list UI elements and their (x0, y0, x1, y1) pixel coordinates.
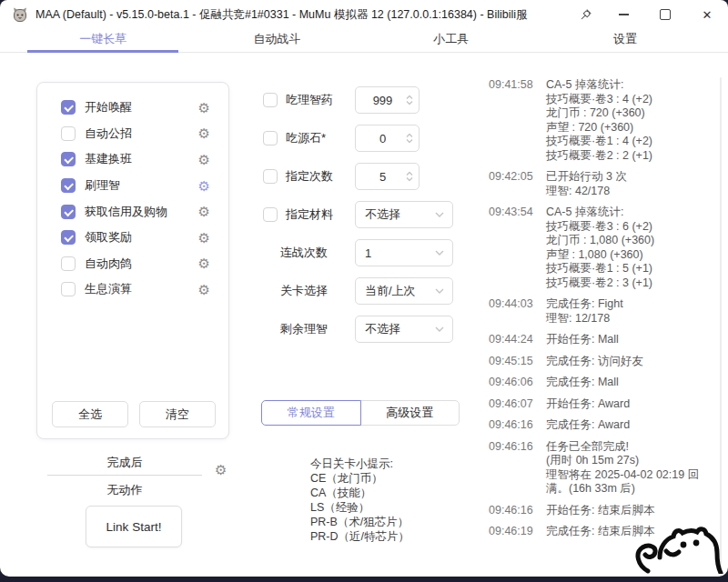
row-stage: 关卡选择 当前/上次 (263, 272, 453, 310)
task-label: 基建换班 (85, 151, 132, 167)
log-timestamp: 09:41:58 (489, 78, 546, 163)
gear-icon[interactable]: ⚙ (198, 153, 210, 166)
log-message: CA-5 掉落统计: 技巧概要·卷3 : 6 (+2) 龙门币 : 1,080 … (546, 206, 718, 290)
log-message: 完成任务: Mall (546, 376, 718, 390)
post-action-value[interactable]: 无动作 (47, 482, 202, 498)
originium-stepper (355, 125, 420, 152)
sanity-potion-stepper (355, 86, 420, 114)
checkbox[interactable] (61, 282, 76, 296)
log-line: CA-5 掉落统计: (546, 206, 718, 220)
gear-icon[interactable]: ⚙ (198, 231, 210, 245)
log-message: 完成任务: 访问好友 (546, 355, 718, 369)
task-row-fight[interactable]: 刷理智 ⚙ (37, 173, 228, 199)
tab-advanced-settings[interactable]: 高级设置 (360, 400, 460, 426)
log-timestamp: 09:44:24 (489, 333, 546, 347)
row-material: 指定材料 不选择 (263, 196, 453, 234)
gear-icon[interactable]: ⚙ (198, 256, 210, 270)
log-scrollbar[interactable] (720, 77, 722, 576)
post-action-gear-icon[interactable]: ⚙ (215, 463, 227, 477)
task-row-wakeup[interactable]: 开始唤醒 ⚙ (37, 95, 228, 121)
spinner-icon[interactable] (406, 95, 413, 105)
chevron-down-icon (435, 326, 444, 332)
material-select[interactable]: 不选择 (355, 201, 453, 228)
tips-line: CE（龙门币） (310, 471, 410, 486)
chevron-down-icon (435, 250, 444, 256)
task-row-recruit[interactable]: 自动公招 ⚙ (37, 121, 228, 147)
select-value: 1 (365, 246, 371, 260)
gear-icon[interactable]: ⚙ (198, 101, 210, 115)
window-title: MAA (Default) - v5.15.0-beta.1 - 促融共竞#1#… (35, 7, 528, 23)
select-all-button[interactable]: 全选 (52, 401, 128, 427)
checkbox[interactable] (61, 126, 76, 141)
log-line: 技巧概要·卷1 : 4 (+2) (546, 135, 718, 149)
task-row-reclamation[interactable]: 生息演算 ⚙ (37, 276, 228, 303)
log-message: 开始任务: 结束后脚本 (546, 504, 718, 518)
tab-settings[interactable]: 设置 (550, 29, 701, 52)
tab-normal-settings[interactable]: 常规设置 (261, 400, 361, 426)
clear-button[interactable]: 清空 (139, 401, 216, 427)
log-entry: 09:44:03 完成任务: Fight 理智: 12/178 (489, 297, 718, 326)
tab-copilot[interactable]: 自动战斗 (201, 29, 352, 52)
minimize-button[interactable] (602, 0, 644, 29)
select-value: 不选择 (365, 321, 400, 337)
series-select[interactable]: 1 (355, 239, 453, 266)
checkbox[interactable] (263, 93, 278, 107)
log-line: 声望 : 720 (+360) (546, 121, 718, 135)
log-timestamp: 09:46:19 (489, 525, 546, 539)
times-stepper (355, 163, 420, 190)
checkbox[interactable] (61, 178, 76, 193)
log-timestamp: 09:46:16 (489, 504, 546, 518)
task-row-roguelike[interactable]: 自动肉鸽 ⚙ (37, 251, 228, 277)
remaining-sanity-select[interactable]: 不选择 (355, 316, 453, 343)
task-row-mall[interactable]: 获取信用及购物 ⚙ (37, 198, 228, 225)
task-label: 生息演算 (85, 281, 132, 297)
checkbox[interactable] (61, 152, 76, 166)
log-line: 任务已全部完成! (546, 440, 718, 455)
checkbox[interactable] (61, 256, 76, 271)
log-line: 龙门币 : 1,080 (+360) (546, 234, 718, 248)
task-row-award[interactable]: 领取奖励 ⚙ (37, 225, 228, 251)
checkbox[interactable] (263, 207, 278, 222)
field-label: 剩余理智 (280, 321, 328, 337)
row-originium: 吃源石* (263, 119, 453, 157)
log-line: 理智: 42/178 (546, 185, 718, 199)
stage-select[interactable]: 当前/上次 (355, 277, 453, 305)
gear-icon[interactable]: ⚙ (198, 283, 210, 296)
checkbox[interactable] (61, 100, 76, 115)
spinner-icon[interactable] (406, 134, 413, 144)
main-tab-strip: 一键长草 自动战斗 小工具 设置 (0, 29, 728, 53)
spinner-icon[interactable] (406, 172, 413, 182)
gear-icon[interactable]: ⚙ (198, 205, 210, 218)
gear-icon[interactable]: ⚙ (198, 126, 210, 140)
checkbox[interactable] (263, 131, 278, 146)
log-entry: 09:41:58 CA-5 掉落统计: 技巧概要·卷3 : 4 (+2) 龙门币… (489, 78, 718, 163)
task-label: 自动肉鸽 (85, 256, 132, 272)
task-row-base[interactable]: 基建换班 ⚙ (37, 146, 228, 173)
chevron-down-icon (435, 212, 444, 217)
tab-tools[interactable]: 小工具 (376, 29, 527, 52)
close-button[interactable]: ✕ (686, 0, 728, 29)
log-line: 龙门币 : 720 (+360) (546, 106, 718, 121)
tips-title: 今日关卡小提示: (310, 457, 410, 471)
window-controls: ✕ (568, 0, 728, 29)
gear-icon[interactable]: ⚙ (198, 179, 210, 193)
minimize-icon (619, 14, 629, 15)
maximize-button[interactable] (644, 0, 686, 29)
task-label: 开始唤醒 (85, 99, 132, 115)
log-line: (用时 0h 15m 27s) (546, 454, 718, 468)
field-label: 吃源石* (286, 130, 326, 146)
checkbox[interactable] (61, 205, 76, 219)
tab-farming[interactable]: 一键长草 (27, 29, 178, 52)
log-timestamp: 09:42:05 (489, 170, 546, 198)
post-action-block: 完成后 无动作 (47, 455, 202, 498)
main-content: 开始唤醒 ⚙ 自动公招 ⚙ 基建换班 ⚙ 刷理智 ⚙ (0, 53, 728, 577)
pin-icon[interactable] (568, 0, 602, 29)
checkbox[interactable] (61, 230, 76, 245)
chevron-down-icon (435, 288, 444, 294)
log-line: 技巧概要·卷3 : 4 (+2) (546, 93, 718, 107)
checkbox[interactable] (263, 169, 278, 184)
link-start-button[interactable]: Link Start! (86, 506, 182, 547)
log-entry: 09:44:24 开始任务: Mall (489, 333, 718, 347)
select-value: 当前/上次 (365, 283, 416, 299)
log-line: 开始任务: Mall (546, 333, 718, 347)
